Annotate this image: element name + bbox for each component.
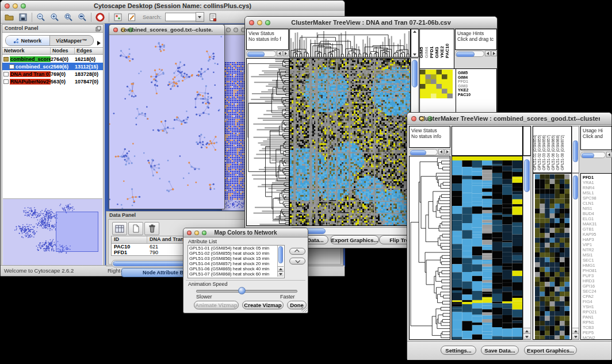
help-lifesaver-icon[interactable] <box>95 12 105 22</box>
gene-list-item[interactable]: SEC24 <box>581 289 611 294</box>
annotation-icon[interactable] <box>127 12 137 22</box>
heatmap-column-label[interactable]: GPL51-08 (GSM872) <box>560 135 564 170</box>
attribute-list-item[interactable]: GPL51-06 (GSM865) heat shock 40 min <box>188 266 284 271</box>
gene-list-item[interactable]: ELG1 <box>581 216 611 221</box>
delete-attribute-icon[interactable] <box>144 222 159 235</box>
heatmap-vscrollbar[interactable] <box>523 156 531 340</box>
gene-list-item[interactable]: SEC1 <box>581 258 611 263</box>
save-session-icon[interactable] <box>18 12 28 22</box>
gene-list-item[interactable]: HRD3 <box>581 278 611 283</box>
network-list-item[interactable]: combined_scores 2764(0) 16218(0) <box>2 55 103 63</box>
tab-overflow-arrow-icon[interactable] <box>97 37 101 48</box>
attribute-list-item[interactable]: GPL51-01 (GSM854) heat shock 05 min <box>188 246 284 251</box>
gene-list-item[interactable]: MAK31 <box>581 221 611 227</box>
matrix-column-label[interactable]: PFD1 <box>429 47 434 58</box>
zoom-detail-canvas[interactable] <box>533 174 571 339</box>
network-list-item[interactable]: DNA and Tran 07 769(0) 183728(0) <box>2 70 103 78</box>
heatmap-column-label[interactable]: GPL51-02 (GSM855) <box>537 135 541 170</box>
close-button[interactable] <box>249 20 254 25</box>
scroll-left-icon[interactable] <box>277 51 282 56</box>
attribute-list-item[interactable]: GPL51-03 (GSM856) heat shock 15 min <box>188 256 284 261</box>
matrix-row-label[interactable]: PAC10 <box>456 93 497 97</box>
attribute-list-item[interactable]: GPL51-02 (GSM855) heat shock 10 min <box>188 251 284 256</box>
gene-list-item[interactable]: TCB3 <box>581 325 611 330</box>
heatmap-panel[interactable] <box>452 156 523 340</box>
dialog-titlebar[interactable]: Map Colors to Network <box>183 228 308 237</box>
column-dendrogram-panel[interactable] <box>452 126 523 156</box>
matrix-column-label[interactable]: GIM4 <box>424 47 429 58</box>
close-button[interactable] <box>113 28 118 32</box>
column-tree-scrollbar[interactable] <box>523 126 531 156</box>
save-data-button[interactable]: Save Data... <box>481 346 519 355</box>
gene-list-item[interactable]: HMG1 <box>581 263 611 268</box>
gene-list-item[interactable]: YSH1 <box>581 304 611 309</box>
settings-button[interactable]: Settings... <box>441 346 476 355</box>
gene-list-item[interactable]: RPN1 <box>581 320 611 325</box>
scroll-down-icon[interactable] <box>278 271 284 277</box>
birdseye-canvas[interactable] <box>3 199 102 266</box>
gene-list-item[interactable]: HAP3 <box>581 237 611 242</box>
network-list-item[interactable]: combined_sco 2569(6) 13112(15) <box>2 63 103 70</box>
float-panel-icon[interactable] <box>95 26 101 33</box>
matrix-column-label[interactable]: PAC10 <box>445 44 450 58</box>
gene-list-item[interactable]: BUD4 <box>581 211 611 216</box>
column-dendrogram-panel[interactable] <box>289 29 411 58</box>
usage-hints-scrollbar[interactable] <box>580 151 612 158</box>
gene-list-item[interactable]: MON2 <box>581 335 611 340</box>
resize-grip[interactable] <box>301 306 307 312</box>
heatmap-column-label[interactable]: GPL51-03 (GSM856) <box>542 135 546 170</box>
matrix-row-label[interactable]: GIM4 <box>456 75 497 80</box>
matrix-row-label[interactable]: GIM3 <box>456 84 497 89</box>
network-view-canvas[interactable] <box>109 35 224 209</box>
zoom-detail-scrollbar[interactable] <box>572 173 579 340</box>
heatmap-column-label[interactable]: GPL51-06 (GSM865) <box>551 135 555 170</box>
gene-list-item[interactable]: VIP1 <box>581 242 611 247</box>
row-dendrogram-canvas[interactable] <box>247 59 289 225</box>
gene-list-item[interactable]: MSL1 <box>581 190 611 196</box>
gene-list-item[interactable]: RNR4 <box>581 185 611 190</box>
scroll-left-icon[interactable] <box>606 152 612 158</box>
heatmap-panel[interactable] <box>289 58 411 226</box>
export-graphics-button[interactable]: Export Graphics... <box>330 235 379 244</box>
scroll-down-icon[interactable] <box>523 334 530 339</box>
close-button[interactable] <box>411 116 416 121</box>
search-input[interactable] <box>165 13 196 21</box>
zoom-detail-panel[interactable] <box>533 173 572 340</box>
move-down-button[interactable] <box>289 258 305 265</box>
gene-list-item[interactable]: FIG4 <box>581 299 611 304</box>
network-view-titlebar[interactable]: combined_scores_good.txt--cluste... <box>109 25 224 35</box>
move-up-button[interactable] <box>289 248 305 255</box>
usage-hints-scrollbar[interactable] <box>455 50 497 57</box>
zoom-fit-icon[interactable] <box>77 12 87 22</box>
gene-list-item[interactable]: PUF3 <box>581 273 611 278</box>
attribute-list-item[interactable]: GPL51-04 (GSM857) heat shock 20 min <box>188 261 284 266</box>
gene-list-item[interactable]: YRA1 <box>581 180 611 185</box>
attribute-list-scrollbar[interactable] <box>277 246 284 277</box>
gene-list-item[interactable]: KAP95 <box>581 232 611 237</box>
gene-list-item[interactable]: GTB1 <box>581 227 611 232</box>
gene-list-item[interactable]: NIS1 <box>581 206 611 211</box>
scroll-down-icon[interactable] <box>572 334 579 339</box>
matrix-column-label[interactable]: GIM5 <box>419 47 424 58</box>
matrix-column-label[interactable]: GIM3 <box>434 47 439 58</box>
view-status-scrollbar[interactable] <box>246 50 289 57</box>
nodes-column-header[interactable]: Nodes <box>51 48 75 54</box>
slider-thumb[interactable] <box>238 287 246 294</box>
heatmap-column-label[interactable]: GPL51-01 (GSM854) <box>533 135 537 170</box>
scroll-up-icon[interactable] <box>278 266 284 271</box>
matrix-row-label[interactable]: GIM5 <box>456 71 497 75</box>
open-session-icon[interactable] <box>4 12 14 22</box>
heatmap-canvas[interactable] <box>290 59 410 225</box>
correlation-matrix-canvas[interactable] <box>420 70 453 98</box>
matrix-row-label[interactable]: PFD1 <box>456 79 497 84</box>
gene-list-item[interactable]: PEP5 <box>581 330 611 335</box>
select-attributes-icon[interactable] <box>112 222 127 235</box>
gene-list-item[interactable]: PHO81 <box>581 268 611 273</box>
gene-list-item[interactable]: MSI1 <box>581 252 611 258</box>
gene-list-item[interactable]: NTR2 <box>581 247 611 252</box>
network-column-header[interactable]: Network <box>2 48 51 54</box>
matrix-column-label[interactable]: YKE2 <box>439 46 445 58</box>
treeview-dna-titlebar[interactable]: ClusterMaker TreeView : DNA and Tran 07-… <box>245 17 497 29</box>
id-column-header[interactable]: ID <box>112 236 147 243</box>
heatmap-canvas[interactable] <box>452 156 522 339</box>
